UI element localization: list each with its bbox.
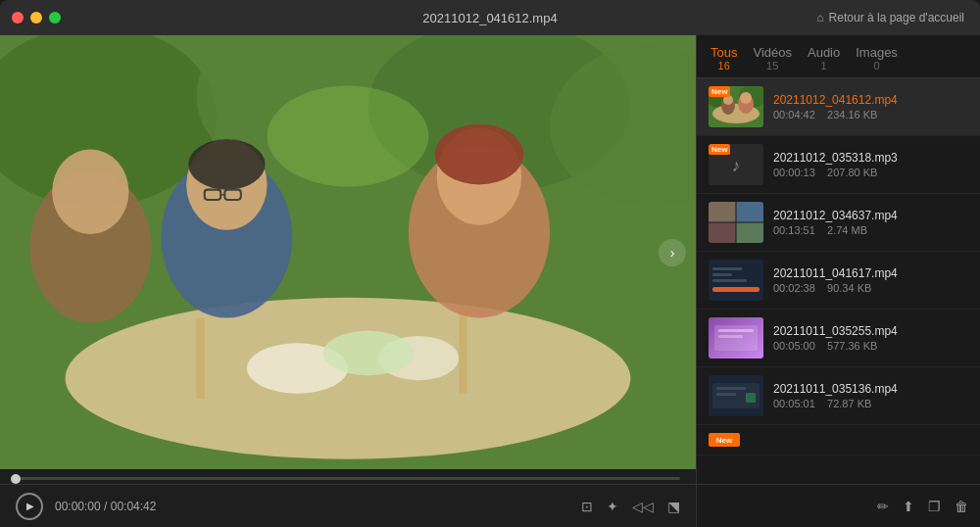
svg-rect-34 <box>709 202 736 222</box>
next-arrow[interactable]: › <box>659 239 686 266</box>
svg-rect-35 <box>736 202 763 222</box>
file-meta: 00:00:13 207.80 KB <box>773 167 968 178</box>
tab-tous-count: 16 <box>718 60 730 72</box>
video-area[interactable]: › <box>0 35 696 469</box>
file-size: 234.16 KB <box>827 109 877 120</box>
current-time: 00:00:00 <box>55 500 101 513</box>
svg-point-31 <box>740 92 752 104</box>
file-duration: 00:04:42 <box>773 109 815 120</box>
chevron-right-icon: › <box>670 245 675 261</box>
tab-videos[interactable]: Vidéos 15 <box>753 45 792 72</box>
home-link-label: Retour à la page d'accueil <box>829 11 964 24</box>
sidebar-bottom: ✏ ⬆ ❐ 🗑 <box>697 484 980 527</box>
svg-rect-42 <box>712 267 742 270</box>
tab-images-count: 0 <box>873 60 879 72</box>
file-name: 20211012_041612.mp4 <box>773 93 968 107</box>
list-item[interactable]: New ♪ 20211012_035318.mp3 00:00:13 207.8… <box>697 136 980 194</box>
new-indicator: New <box>709 433 740 447</box>
svg-text:♪: ♪ <box>732 156 741 175</box>
file-info: 20211011_041617.mp4 00:02:38 90.34 KB <box>773 266 968 294</box>
progress-track[interactable] <box>16 477 680 480</box>
progress-area <box>0 469 696 484</box>
file-name: 20211012_035318.mp3 <box>773 151 968 165</box>
video-scene <box>0 35 696 469</box>
file-duration: 00:05:00 <box>773 340 815 352</box>
video-frame <box>0 35 696 469</box>
close-button[interactable] <box>12 12 24 24</box>
thumbnail <box>709 202 763 243</box>
edit-icon[interactable]: ✏ <box>877 499 889 514</box>
tab-tous[interactable]: Tous 16 <box>710 45 737 72</box>
file-meta: 00:05:01 72.87 KB <box>773 398 968 409</box>
export-icon[interactable]: ⬆ <box>903 499 914 514</box>
thumb-grid <box>709 202 763 243</box>
list-item[interactable]: 20211011_035136.mp4 00:05:01 72.87 KB <box>697 367 980 425</box>
duplicate-icon[interactable]: ❐ <box>928 499 941 514</box>
play-icon: ▶ <box>26 501 34 511</box>
svg-rect-48 <box>718 335 743 338</box>
file-size: 90.34 KB <box>827 282 871 294</box>
file-meta: 00:05:00 577.36 KB <box>773 340 968 352</box>
svg-rect-41 <box>712 287 760 292</box>
file-info: 20211012_041612.mp4 00:04:42 234.16 KB <box>773 93 968 120</box>
window-title: 20211012_041612.mp4 <box>422 11 557 25</box>
tab-audio[interactable]: Audio 1 <box>808 45 840 72</box>
thumb-dark2 <box>709 375 763 416</box>
thumbnail <box>709 375 763 416</box>
file-duration: 00:05:01 <box>773 398 815 409</box>
cut-icon[interactable]: ✦ <box>607 499 618 514</box>
maximize-button[interactable] <box>49 12 61 24</box>
file-size: 577.36 KB <box>827 340 877 352</box>
file-info: 20211012_034637.mp4 00:13:51 2.74 MB <box>773 209 968 236</box>
volume-icon[interactable]: ◁◁ <box>632 499 654 514</box>
file-meta: 00:04:42 234.16 KB <box>773 109 968 120</box>
delete-icon[interactable]: 🗑 <box>955 499 968 514</box>
svg-rect-52 <box>716 393 736 396</box>
camera-icon[interactable]: ⊡ <box>581 499 593 514</box>
file-size: 207.80 KB <box>827 167 877 178</box>
tab-videos-count: 15 <box>766 60 778 72</box>
file-info: 20211012_035318.mp3 00:00:13 207.80 KB <box>773 151 968 178</box>
crop-icon[interactable]: ⬔ <box>667 499 680 514</box>
tab-tous-label: Tous <box>710 45 737 60</box>
list-item[interactable]: 20211012_034637.mp4 00:13:51 2.74 MB <box>697 194 980 252</box>
list-item[interactable]: New <box>697 78 980 136</box>
tab-videos-label: Vidéos <box>753 45 792 60</box>
controls-bar: ▶ 00:00:00 / 00:04:42 ⊡ ✦ ◁◁ ⬔ <box>0 484 696 527</box>
main-content: › ▶ 00:00:00 / 00:04:42 ⊡ ✦ ◁◁ <box>0 35 980 527</box>
file-meta: 00:02:38 90.34 KB <box>773 282 968 294</box>
file-info: 20211011_035136.mp4 00:05:01 72.87 KB <box>773 382 968 409</box>
tab-images-label: Images <box>856 45 898 60</box>
sidebar-tabs: Tous 16 Vidéos 15 Audio 1 Images 0 <box>697 35 980 78</box>
file-size: 72.87 KB <box>827 398 871 409</box>
progress-thumb[interactable] <box>11 474 21 484</box>
list-item-new-indicator[interactable]: New <box>697 425 980 455</box>
list-item[interactable]: 20211011_035255.mp4 00:05:00 577.36 KB <box>697 310 980 367</box>
tab-images[interactable]: Images 0 <box>856 45 898 72</box>
file-name: 20211012_034637.mp4 <box>773 209 968 222</box>
file-info: 20211011_035255.mp4 00:05:00 577.36 KB <box>773 324 968 352</box>
time-separator: / <box>104 500 111 513</box>
svg-rect-23 <box>0 35 696 469</box>
tab-audio-count: 1 <box>821 60 827 72</box>
svg-rect-53 <box>746 393 756 403</box>
file-name: 20211011_035136.mp4 <box>773 382 968 396</box>
home-link[interactable]: ⌂ Retour à la page d'accueil <box>816 11 964 24</box>
thumbnail: New ♪ <box>709 144 763 185</box>
play-button[interactable]: ▶ <box>16 493 43 520</box>
new-badge: New <box>709 86 730 97</box>
sidebar: Tous 16 Vidéos 15 Audio 1 Images 0 New <box>696 35 980 527</box>
home-icon: ⌂ <box>816 11 823 24</box>
svg-rect-43 <box>712 273 732 276</box>
svg-rect-51 <box>716 387 746 390</box>
title-bar: 20211012_041612.mp4 ⌂ Retour à la page d… <box>0 0 980 35</box>
thumbnail <box>709 317 763 359</box>
time-display: 00:00:00 / 00:04:42 <box>55 500 156 513</box>
total-time: 00:04:42 <box>111 500 157 513</box>
controls-right: ⊡ ✦ ◁◁ ⬔ <box>581 499 680 514</box>
svg-rect-47 <box>718 329 754 332</box>
list-item[interactable]: 20211011_041617.mp4 00:02:38 90.34 KB <box>697 252 980 310</box>
file-list: New <box>697 78 980 484</box>
minimize-button[interactable] <box>30 12 42 24</box>
thumb-dark <box>709 260 763 301</box>
